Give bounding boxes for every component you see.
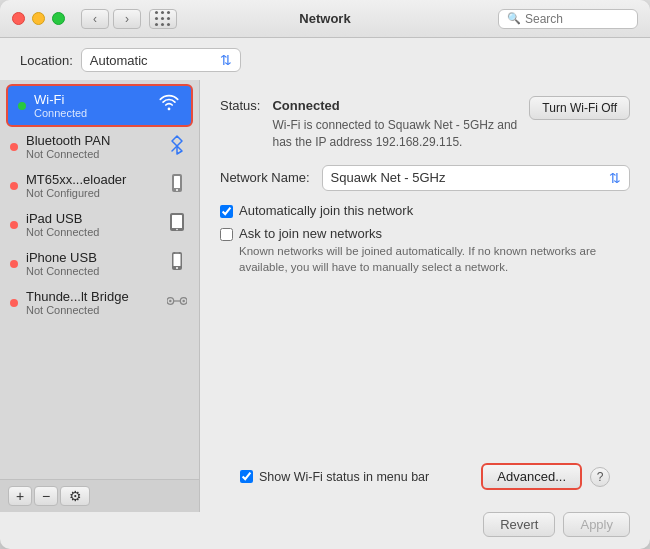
status-row: Status: Connected Wi-Fi is connected to … bbox=[220, 96, 630, 151]
network-name-row: Network Name: Squawk Net - 5GHz ⇅ bbox=[220, 165, 630, 191]
ipad-usb-status-dot bbox=[10, 221, 18, 229]
bluetooth-icon bbox=[165, 135, 189, 159]
svg-point-13 bbox=[169, 300, 172, 303]
location-bar: Location: Automatic ⇅ bbox=[0, 38, 650, 80]
thunderbolt-status-dot bbox=[10, 299, 18, 307]
svg-point-5 bbox=[176, 229, 178, 231]
sidebar-list: Wi-Fi Connected bbox=[0, 80, 199, 479]
mt65xx-status: Not Configured bbox=[26, 187, 157, 199]
wifi-item-name: Wi-Fi bbox=[34, 92, 149, 107]
sidebar-item-mt65xx[interactable]: MT65xx...eloader Not Configured bbox=[0, 166, 199, 205]
network-window: ‹ › Network 🔍 Location: Automatic ⇅ bbox=[0, 0, 650, 549]
thunderbolt-status: Not Connected bbox=[26, 304, 157, 316]
ipad-icon bbox=[165, 212, 189, 237]
location-label: Location: bbox=[20, 53, 73, 68]
bluetooth-pan-status: Not Connected bbox=[26, 148, 157, 160]
action-row: Revert Apply bbox=[0, 512, 650, 549]
turn-wifi-off-button[interactable]: Turn Wi-Fi Off bbox=[529, 96, 630, 120]
status-label: Status: bbox=[220, 96, 260, 113]
show-wifi-row: Show Wi-Fi status in menu bar bbox=[240, 470, 429, 484]
advanced-button[interactable]: Advanced... bbox=[481, 463, 582, 490]
main-content: Wi-Fi Connected bbox=[0, 80, 650, 512]
svg-rect-4 bbox=[172, 215, 182, 228]
minimize-button[interactable] bbox=[32, 12, 45, 25]
window-title: Network bbox=[299, 11, 350, 26]
mt65xx-status-dot bbox=[10, 182, 18, 190]
remove-network-button[interactable]: − bbox=[34, 486, 58, 506]
svg-rect-7 bbox=[174, 254, 181, 266]
svg-point-8 bbox=[176, 267, 178, 269]
status-info: Connected Wi-Fi is connected to Squawk N… bbox=[272, 96, 517, 151]
svg-rect-9 bbox=[175, 253, 179, 254]
search-input[interactable] bbox=[525, 12, 629, 26]
iphone-usb-status: Not Connected bbox=[26, 265, 157, 277]
location-value: Automatic bbox=[90, 53, 148, 68]
iphone-usb-name: iPhone USB bbox=[26, 250, 157, 265]
iphone-icon bbox=[165, 251, 189, 276]
auto-join-row: Automatically join this network bbox=[220, 203, 630, 218]
sidebar-item-iphone-usb[interactable]: iPhone USB Not Connected bbox=[0, 244, 199, 283]
show-wifi-label: Show Wi-Fi status in menu bar bbox=[259, 470, 429, 484]
sidebar-toolbar: + − ⚙ bbox=[0, 479, 199, 512]
nav-buttons: ‹ › bbox=[81, 9, 141, 29]
apps-button[interactable] bbox=[149, 9, 177, 29]
svg-point-2 bbox=[176, 189, 178, 191]
network-select-arrow-icon: ⇅ bbox=[609, 170, 621, 186]
titlebar: ‹ › Network 🔍 bbox=[0, 0, 650, 38]
phone-icon bbox=[165, 173, 189, 198]
network-name-select[interactable]: Squawk Net - 5GHz ⇅ bbox=[322, 165, 630, 191]
sidebar-item-thunderbolt-bridge[interactable]: Thunde...lt Bridge Not Connected bbox=[0, 283, 199, 322]
status-description: Wi-Fi is connected to Squawk Net - 5GHz … bbox=[272, 117, 517, 151]
ask-join-label: Ask to join new networks bbox=[239, 226, 630, 241]
revert-button[interactable]: Revert bbox=[483, 512, 555, 537]
show-wifi-checkbox[interactable] bbox=[240, 470, 253, 483]
wifi-status-dot bbox=[18, 102, 26, 110]
network-name-label: Network Name: bbox=[220, 170, 310, 185]
location-select[interactable]: Automatic ⇅ bbox=[81, 48, 241, 72]
apply-button[interactable]: Apply bbox=[563, 512, 630, 537]
svg-rect-1 bbox=[174, 176, 180, 188]
back-button[interactable]: ‹ bbox=[81, 9, 109, 29]
iphone-usb-status-dot bbox=[10, 260, 18, 268]
traffic-lights bbox=[12, 12, 65, 25]
detail-pane: Status: Connected Wi-Fi is connected to … bbox=[200, 80, 650, 512]
close-button[interactable] bbox=[12, 12, 25, 25]
ask-join-checkbox[interactable] bbox=[220, 228, 233, 241]
sidebar-item-bluetooth-pan[interactable]: Bluetooth PAN Not Connected bbox=[0, 127, 199, 166]
wifi-item-status: Connected bbox=[34, 107, 149, 119]
auto-join-label: Automatically join this network bbox=[239, 203, 413, 218]
bluetooth-pan-status-dot bbox=[10, 143, 18, 151]
bluetooth-pan-name: Bluetooth PAN bbox=[26, 133, 157, 148]
ask-join-row: Ask to join new networks Known networks … bbox=[220, 226, 630, 275]
network-name-value: Squawk Net - 5GHz bbox=[331, 170, 446, 185]
forward-button[interactable]: › bbox=[113, 9, 141, 29]
sidebar: Wi-Fi Connected bbox=[0, 80, 200, 512]
bottom-bar: Show Wi-Fi status in menu bar Advanced..… bbox=[220, 455, 630, 500]
svg-point-14 bbox=[182, 300, 185, 303]
search-box[interactable]: 🔍 bbox=[498, 9, 638, 29]
gear-menu-button[interactable]: ⚙ bbox=[60, 486, 90, 506]
location-arrow-icon: ⇅ bbox=[220, 52, 232, 68]
auto-join-checkbox[interactable] bbox=[220, 205, 233, 218]
sidebar-item-ipad-usb[interactable]: iPad USB Not Connected bbox=[0, 205, 199, 244]
help-button[interactable]: ? bbox=[590, 467, 610, 487]
search-icon: 🔍 bbox=[507, 12, 521, 25]
thunderbolt-name: Thunde...lt Bridge bbox=[26, 289, 157, 304]
ipad-usb-name: iPad USB bbox=[26, 211, 157, 226]
sidebar-item-wifi[interactable]: Wi-Fi Connected bbox=[6, 84, 193, 127]
ask-join-description: Known networks will be joined automatica… bbox=[239, 243, 630, 275]
maximize-button[interactable] bbox=[52, 12, 65, 25]
mt65xx-name: MT65xx...eloader bbox=[26, 172, 157, 187]
add-network-button[interactable]: + bbox=[8, 486, 32, 506]
ipad-usb-status: Not Connected bbox=[26, 226, 157, 238]
status-connected-value: Connected bbox=[272, 98, 339, 113]
thunderbolt-icon bbox=[165, 293, 189, 312]
wifi-icon bbox=[157, 94, 181, 117]
